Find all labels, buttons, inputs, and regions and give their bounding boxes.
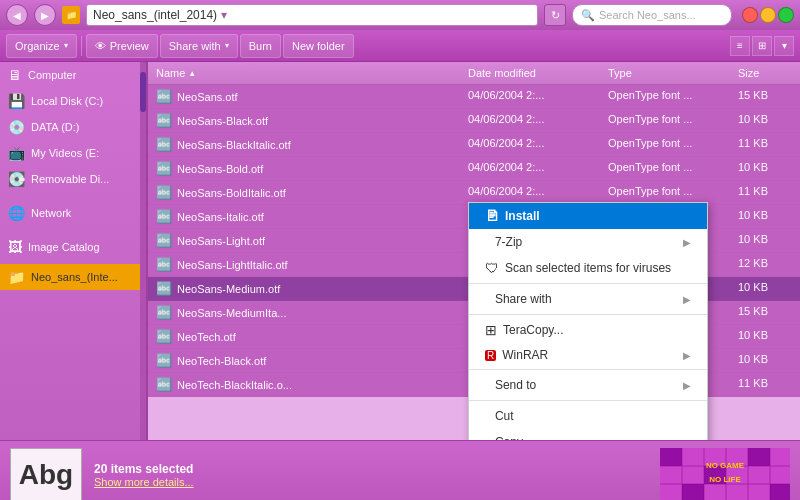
file-area: Name ▲ Date modified Type Size 🔤NeoSans.…: [148, 62, 800, 440]
col-header-type[interactable]: Type: [600, 65, 730, 81]
ctx-scan[interactable]: 🛡 Scan selected items for viruses: [469, 255, 707, 281]
sidebar-item-computer-label: Computer: [28, 69, 76, 81]
preview-button[interactable]: 👁 Preview: [86, 34, 158, 58]
ctx-copy-label: Copy: [495, 435, 523, 440]
toolbar-sep-1: [81, 36, 82, 56]
file-type-cell: OpenType font ...: [600, 111, 730, 130]
ctx-copy[interactable]: . Copy: [469, 429, 707, 440]
show-details-link[interactable]: Show more details...: [94, 476, 660, 488]
bottom-area: Abg 20 items selected Show more details.…: [0, 440, 800, 500]
file-type-icon: 🔤: [156, 329, 172, 344]
file-size-cell: 10 KB: [730, 351, 800, 370]
refresh-icon: ↻: [551, 9, 560, 22]
svg-rect-11: [770, 484, 790, 501]
file-size-cell: 11 KB: [730, 183, 800, 202]
file-name-cell: 🔤NeoSans-Light.otf: [148, 231, 460, 250]
sidebar-scrollbar[interactable]: [140, 62, 146, 440]
view-controls: ≡ ⊞ ▾: [730, 36, 794, 56]
table-row[interactable]: 🔤NeoSans.otf04/06/2004 2:...OpenType fon…: [148, 85, 800, 109]
breadcrumb-dropdown-icon[interactable]: ▾: [221, 8, 227, 22]
file-name: NeoSans.otf: [177, 91, 238, 103]
file-name-cell: 🔤NeoSans-Medium.otf: [148, 279, 460, 298]
sidebar-item-network[interactable]: 🌐 Network: [0, 200, 146, 226]
ctx-sendto-icon: .: [485, 377, 489, 393]
ctx-sep-3: [469, 369, 707, 370]
file-date-cell: 04/06/2004 2:...: [460, 111, 600, 130]
col-header-date[interactable]: Date modified: [460, 65, 600, 81]
minimize-button[interactable]: [760, 7, 776, 23]
view-grid-button[interactable]: ⊞: [752, 36, 772, 56]
share-with-button[interactable]: Share with ▾: [160, 34, 238, 58]
file-size-cell: 10 KB: [730, 111, 800, 130]
table-row[interactable]: 🔤NeoSans-Black.otf04/06/2004 2:...OpenTy…: [148, 109, 800, 133]
sidebar-item-computer[interactable]: 🖥 Computer: [0, 62, 146, 88]
organize-dropdown-icon: ▾: [64, 41, 68, 50]
sidebar-item-removable-label: Removable Di...: [31, 173, 109, 185]
col-header-name[interactable]: Name ▲: [148, 65, 460, 81]
ctx-teracopy-left: ⊞ TeraCopy...: [485, 322, 563, 338]
ctx-sep-2: [469, 314, 707, 315]
table-row[interactable]: 🔤NeoSans-BlackItalic.otf04/06/2004 2:...…: [148, 133, 800, 157]
svg-rect-12: [682, 484, 704, 501]
forward-button[interactable]: ▶: [34, 4, 56, 26]
view-more-button[interactable]: ▾: [774, 36, 794, 56]
ctx-share-with[interactable]: . Share with ▶: [469, 286, 707, 312]
view-details-button[interactable]: ≡: [730, 36, 750, 56]
ctx-7zip-arrow: ▶: [683, 237, 691, 248]
sidebar-item-neo-sans[interactable]: 📁 Neo_sans_(Inte...: [0, 264, 146, 290]
file-name-cell: 🔤NeoSans-Black.otf: [148, 111, 460, 130]
file-name: NeoTech.otf: [177, 331, 236, 343]
ctx-7zip[interactable]: . 7-Zip ▶: [469, 229, 707, 255]
sidebar-item-image-catalog[interactable]: 🖼 Image Catalog: [0, 234, 146, 260]
ctx-teracopy[interactable]: ⊞ TeraCopy...: [469, 317, 707, 343]
refresh-button[interactable]: ↻: [544, 4, 566, 26]
file-type-cell: OpenType font ...: [600, 183, 730, 202]
close-button[interactable]: [742, 7, 758, 23]
file-size-cell: 10 KB: [730, 231, 800, 250]
file-size-cell: 10 KB: [730, 159, 800, 178]
file-name: NeoSans-MediumIta...: [177, 307, 286, 319]
window-controls: [742, 7, 794, 23]
table-row[interactable]: 🔤NeoSans-Bold.otf04/06/2004 2:...OpenTyp…: [148, 157, 800, 181]
col-size-label: Size: [738, 67, 759, 79]
file-type-icon: 🔤: [156, 353, 172, 368]
col-header-size[interactable]: Size: [730, 65, 800, 81]
back-button[interactable]: ◀: [6, 4, 28, 26]
sidebar-item-local-disk[interactable]: 💾 Local Disk (C:): [0, 88, 146, 114]
file-name-cell: 🔤NeoSans.otf: [148, 87, 460, 106]
file-name-cell: 🔤NeoTech-Black.otf: [148, 351, 460, 370]
file-name: NeoTech-BlackItalic.o...: [177, 379, 292, 391]
new-folder-button[interactable]: New folder: [283, 34, 354, 58]
ctx-winrar[interactable]: R WinRAR ▶: [469, 343, 707, 367]
sidebar-spacer-2: [0, 226, 146, 234]
ctx-sendto-left: . Send to: [485, 377, 536, 393]
sidebar-item-data-label: DATA (D:): [31, 121, 79, 133]
status-info: 20 items selected Show more details...: [94, 462, 660, 488]
sidebar-item-data[interactable]: 💿 DATA (D:): [0, 114, 146, 140]
font-preview-text: Abg: [19, 459, 73, 491]
file-name: NeoSans-Light.otf: [177, 235, 265, 247]
file-name-cell: 🔤NeoSans-Bold.otf: [148, 159, 460, 178]
sidebar-item-videos[interactable]: 📺 My Videos (E:: [0, 140, 146, 166]
ctx-cut[interactable]: . Cut: [469, 403, 707, 429]
videos-icon: 📺: [8, 145, 25, 161]
context-menu: 🖹 Install . 7-Zip ▶ 🛡 Scan selected item…: [468, 202, 708, 440]
search-box[interactable]: 🔍 Search Neo_sans...: [572, 4, 732, 26]
burn-button[interactable]: Burn: [240, 34, 281, 58]
sidebar-item-removable[interactable]: 💽 Removable Di...: [0, 166, 146, 192]
burn-label: Burn: [249, 40, 272, 52]
computer-icon: 🖥: [8, 67, 22, 83]
share-dropdown-icon: ▾: [225, 41, 229, 50]
breadcrumb[interactable]: Neo_sans_(intel_2014) ▾: [86, 4, 538, 26]
file-type-icon: 🔤: [156, 233, 172, 248]
ctx-send-to[interactable]: . Send to ▶: [469, 372, 707, 398]
ctx-scan-left: 🛡 Scan selected items for viruses: [485, 260, 671, 276]
organize-button[interactable]: Organize ▾: [6, 34, 77, 58]
ctx-install[interactable]: 🖹 Install: [469, 203, 707, 229]
file-type-icon: 🔤: [156, 137, 172, 152]
file-name-cell: 🔤NeoSans-BoldItalic.otf: [148, 183, 460, 202]
file-type-icon: 🔤: [156, 377, 172, 392]
maximize-button[interactable]: [778, 7, 794, 23]
file-name: NeoSans-LightItalic.otf: [177, 259, 288, 271]
ctx-sendto-label: Send to: [495, 378, 536, 392]
